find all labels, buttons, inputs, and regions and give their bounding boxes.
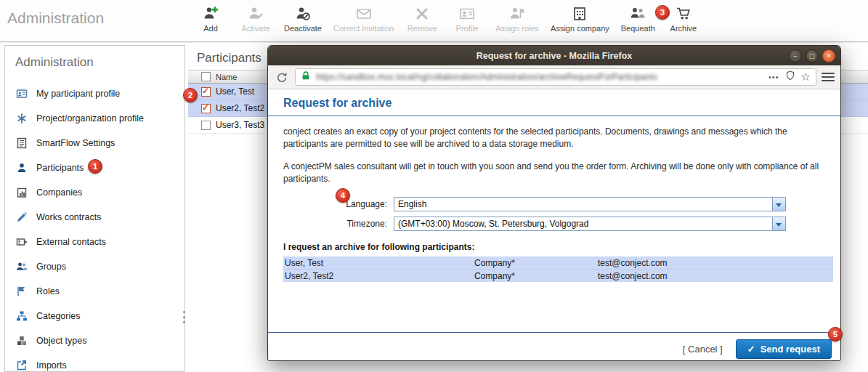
sidebar-item-smartflow-settings[interactable]: SmartFlow Settings <box>5 131 184 155</box>
menu-icon[interactable] <box>822 73 835 81</box>
sidebar-item-categories[interactable]: Categories <box>5 304 184 328</box>
two-people-icon <box>630 5 646 23</box>
url-text: https://sandbox.muc.local/ng/collaborati… <box>316 72 763 82</box>
request-row: User, Test Company* test@conject.com <box>283 256 833 270</box>
person-icon <box>15 162 28 174</box>
cancel-button[interactable]: [ Cancel ] <box>683 344 723 355</box>
org-chart-icon <box>15 310 28 323</box>
admin-sidebar: Administration My participant profile Pr… <box>4 45 185 372</box>
row-checkbox[interactable] <box>201 87 211 97</box>
contact-card-arrow-icon <box>15 236 28 248</box>
deactivate-person-icon <box>295 5 311 23</box>
lock-icon <box>301 70 311 84</box>
top-header: Administration Add Activate Deactivate <box>0 0 868 42</box>
sidebar-item-groups[interactable]: Groups <box>5 254 184 279</box>
annotation-badge-4: 4 <box>336 188 350 203</box>
request-participants-table: User, Test Company* test@conject.com Use… <box>283 256 833 282</box>
envelope-icon <box>356 5 372 23</box>
browser-navbar: https://sandbox.muc.local/ng/collaborati… <box>268 65 840 89</box>
sidebar-item-object-types[interactable]: Object types <box>5 328 184 353</box>
timezone-label: Timezone: <box>283 219 394 229</box>
companies-building-icon <box>15 187 28 199</box>
toolbar-button-remove[interactable]: Remove <box>402 4 442 34</box>
document-list-icon <box>15 137 28 150</box>
toolbar-button-bequeath[interactable]: Bequeath <box>617 4 659 34</box>
dialog-heading: Request for archive <box>283 97 832 110</box>
import-arrow-icon <box>15 360 28 372</box>
activate-person-icon <box>248 5 264 23</box>
building-icon <box>572 5 588 23</box>
sidebar-item-imports[interactable]: Imports <box>5 353 184 372</box>
add-person-icon <box>203 5 219 23</box>
page-actions-icon[interactable]: ••• <box>768 73 779 81</box>
minimize-button[interactable]: – <box>789 49 802 62</box>
toolbar-button-profile[interactable]: Profile <box>447 4 487 34</box>
bookmark-star-icon[interactable]: ☆ <box>801 70 811 84</box>
column-header-name: Name <box>216 73 237 81</box>
panel-splitter-handle[interactable] <box>183 308 185 326</box>
window-title: Request for archive - Mozilla Firefox <box>268 51 840 61</box>
check-icon: ✓ <box>747 344 755 355</box>
page-title: Administration <box>0 0 190 27</box>
annotation-badge-2: 2 <box>183 88 198 102</box>
toolbar-button-activate[interactable]: Activate <box>235 4 276 34</box>
maximize-button[interactable]: ▢ <box>806 49 819 62</box>
row-checkbox[interactable] <box>201 104 211 113</box>
profile-card-icon <box>459 5 475 23</box>
url-bar[interactable]: https://sandbox.muc.local/ng/collaborati… <box>295 68 816 86</box>
person-flag-icon <box>509 5 525 23</box>
sidebar-nav: My participant profile Project/organizat… <box>5 81 184 372</box>
dialog-paragraph: conject creates an exact copy of your pr… <box>283 126 832 151</box>
administration-screen: Administration Add Activate Deactivate <box>0 0 868 372</box>
dialog-footer: [ Cancel ] ✓ Send request <box>283 339 832 359</box>
organization-icon <box>15 113 28 125</box>
cubes-icon <box>15 335 28 347</box>
toolbar-button-assign-company[interactable]: Assign company <box>547 4 613 34</box>
dialog-body: Request for archive conject creates an e… <box>268 89 840 361</box>
sidebar-item-works-contracts[interactable]: Works contracts <box>5 205 184 230</box>
row-checkbox[interactable] <box>201 121 211 130</box>
archive-form: Language: English Timezone: (GMT+03:00) … <box>283 197 832 231</box>
participant-profile-icon <box>15 88 28 100</box>
pen-icon <box>15 211 28 224</box>
remove-x-icon <box>414 5 430 23</box>
footer-divider <box>268 332 840 333</box>
toolbar-button-assign-roles[interactable]: Assign roles <box>492 4 543 34</box>
send-request-button[interactable]: ✓ Send request <box>736 339 832 359</box>
toolbar-button-add[interactable]: Add <box>190 4 231 34</box>
request-row: User2, Test2 Company* test@conject.com <box>283 270 833 282</box>
close-button[interactable]: ✕ <box>822 49 835 62</box>
sidebar-title: Administration <box>5 46 184 78</box>
participants-toolbar: Add Activate Deactivate Correct Invitati… <box>190 0 704 34</box>
sidebar-item-my-participant-profile[interactable]: My participant profile <box>5 81 184 106</box>
toolbar-button-correct-invitation[interactable]: Correct Invitation <box>330 4 397 34</box>
sidebar-item-project-organization-profile[interactable]: Project/organization profile <box>5 106 184 131</box>
group-people-icon <box>15 261 28 273</box>
annotation-badge-5: 5 <box>828 327 843 341</box>
annotation-badge-1: 1 <box>88 159 102 174</box>
select-all-checkbox[interactable] <box>201 72 211 81</box>
annotation-badge-3: 3 <box>655 5 670 20</box>
flag-icon <box>15 286 28 298</box>
reload-icon[interactable] <box>274 69 290 85</box>
toolbar-button-deactivate[interactable]: Deactivate <box>280 4 325 34</box>
sidebar-item-roles[interactable]: Roles <box>5 279 184 304</box>
dialog-paragraph: A conjectPM sales consultant will get in… <box>283 161 832 186</box>
shield-icon[interactable] <box>786 70 795 84</box>
language-select[interactable]: English <box>394 197 786 211</box>
cart-icon <box>676 5 691 23</box>
toolbar-button-archive[interactable]: Archive <box>663 4 704 34</box>
timezone-select[interactable]: (GMT+03:00) Moscow, St. Petersburg, Volg… <box>394 217 786 231</box>
sidebar-item-external-contacts[interactable]: External contacts <box>5 230 184 254</box>
heading-divider <box>268 116 840 116</box>
request-archive-window: Request for archive - Mozilla Firefox – … <box>267 45 841 361</box>
window-titlebar[interactable]: Request for archive - Mozilla Firefox – … <box>268 46 840 65</box>
request-list-heading: I request an archive for following parti… <box>283 242 832 252</box>
sidebar-item-companies[interactable]: Companies <box>5 180 184 205</box>
